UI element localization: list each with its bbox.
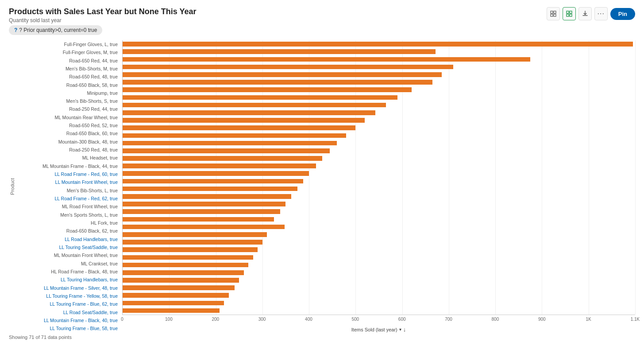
bar (123, 293, 229, 298)
y-axis-label: Road-250 Red, 48, true (16, 146, 120, 154)
y-axis-title-container: Product (9, 40, 16, 333)
bar (123, 255, 253, 260)
bar (123, 80, 432, 85)
bar-row[interactable] (123, 139, 635, 147)
y-axis-label: LL Touring Handlebars, true (16, 276, 120, 284)
bar-row[interactable] (123, 269, 635, 276)
bar (123, 278, 239, 283)
svg-rect-4 (567, 11, 569, 13)
chart-right: 01002003004005006007008009001K1.1K Items… (122, 40, 635, 333)
bar-row[interactable] (123, 253, 635, 261)
bar-row[interactable] (123, 261, 635, 268)
y-axis-label: Men's Sports Shorts, L, true (16, 211, 120, 219)
bar-row[interactable] (123, 200, 635, 208)
pin-button[interactable]: Pin (610, 8, 635, 20)
bar-row[interactable] (123, 101, 635, 109)
y-axis-label: LL Mountain Frame - Silver, 48, true (16, 284, 120, 292)
bar-row[interactable] (123, 78, 635, 86)
table-view-button[interactable] (547, 7, 560, 20)
page-subtitle: Quantity sold last year (9, 17, 196, 23)
bar-row[interactable] (123, 223, 635, 231)
bar-row[interactable] (123, 109, 635, 117)
bar-row[interactable] (123, 276, 635, 284)
bar-row[interactable] (123, 292, 635, 299)
bar (123, 103, 386, 108)
y-axis-label: Road-650 Red, 52, true (16, 121, 120, 129)
header-actions: ··· Pin (547, 7, 635, 20)
bar-row[interactable] (123, 93, 635, 101)
x-axis-label[interactable]: Items Sold (last year) ▾ ↓ (122, 326, 635, 333)
y-axis-label: ML Crankset, true (16, 260, 120, 268)
bars-area (122, 40, 635, 315)
filter-icon: ? (14, 27, 17, 33)
y-axis-label: Men's Bib-Shorts, M, true (16, 65, 120, 73)
bar (123, 308, 220, 313)
bar (123, 285, 235, 290)
focus-mode-button[interactable] (563, 7, 576, 20)
y-axis-label: LL Road Handlebars, true (16, 235, 120, 243)
y-axis-label: LL Touring Frame - Yellow, 58, true (16, 292, 120, 300)
more-options-button[interactable]: ··· (594, 7, 608, 20)
bar (123, 301, 224, 306)
bar-row[interactable] (123, 238, 635, 246)
x-tick: 700 (445, 317, 452, 322)
y-axis-label: Road-250 Red, 44, true (16, 105, 120, 113)
y-axis-label: Men's Bib-Shorts, S, true (16, 97, 120, 105)
x-tick: 200 (212, 317, 219, 322)
bar-row[interactable] (123, 162, 635, 170)
x-tick: 500 (351, 317, 359, 322)
bar (123, 65, 453, 70)
bar-row[interactable] (123, 193, 635, 200)
bar-row[interactable] (123, 147, 635, 155)
x-axis-label-text: Items Sold (last year) (351, 327, 397, 332)
x-tick: 900 (538, 317, 546, 322)
bar-row[interactable] (123, 299, 635, 307)
page: Products with Sales Last Year but None T… (0, 0, 644, 358)
bar (123, 232, 267, 237)
bar (123, 202, 285, 206)
y-axis-label: LL Mountain Frame - Black, 40, true (16, 316, 120, 324)
bar-row[interactable] (123, 170, 635, 177)
y-axis-label: HL Road Frame - Black, 48, true (16, 268, 120, 276)
bar-row[interactable] (123, 155, 635, 162)
bar-row[interactable] (123, 284, 635, 292)
bar-row[interactable] (123, 246, 635, 253)
bar (123, 225, 285, 230)
bar (123, 270, 244, 275)
data-points-text: Showing 71 of 71 data points (9, 335, 72, 340)
x-tick: 0 (121, 317, 123, 322)
y-axis-label: Full-Finger Gloves, L, true (16, 40, 120, 48)
bar-row[interactable] (123, 71, 635, 78)
footer: Showing 71 of 71 data points (9, 335, 635, 340)
bar-row[interactable] (123, 132, 635, 139)
svg-rect-7 (570, 14, 572, 16)
bar-row[interactable] (123, 177, 635, 185)
filter-tag[interactable]: ? ? Prior quantity>0, current=0 true (9, 25, 102, 35)
bar-row[interactable] (123, 307, 635, 315)
y-axis-label: LL Touring Frame - Blue, 62, true (16, 300, 120, 308)
bar (123, 133, 346, 138)
bar (123, 247, 258, 252)
bar-row[interactable] (123, 231, 635, 238)
export-button[interactable] (578, 7, 592, 20)
x-tick: 400 (305, 317, 312, 322)
bar-row[interactable] (123, 185, 635, 193)
bar-row[interactable] (123, 215, 635, 223)
bar (123, 87, 412, 92)
bar-row[interactable] (123, 124, 635, 132)
bar-row[interactable] (123, 48, 635, 55)
bar-row[interactable] (123, 40, 635, 48)
bar (123, 141, 337, 146)
y-axis-label: ML Mountain Frame - Black, 44, true (16, 162, 120, 170)
x-axis-ticks: 01002003004005006007008009001K1.1K (122, 315, 635, 324)
bar (123, 263, 248, 268)
bar-row[interactable] (123, 208, 635, 215)
bar-row[interactable] (123, 63, 635, 71)
y-axis-label: Road-650 Red, 44, true (16, 57, 120, 65)
x-tick: 600 (398, 317, 406, 322)
bar-row[interactable] (123, 55, 635, 63)
bar-row[interactable] (123, 86, 635, 93)
bar (123, 125, 355, 130)
y-axis-labels: Full-Finger Gloves, L, trueFull-Finger G… (16, 40, 122, 333)
bar-row[interactable] (123, 117, 635, 124)
